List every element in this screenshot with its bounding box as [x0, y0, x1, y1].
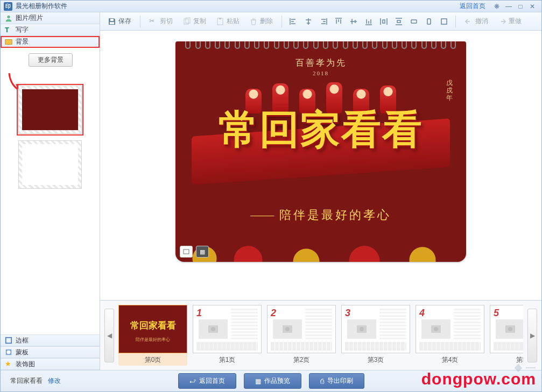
align-bottom-button[interactable]: [363, 16, 375, 27]
titlebar-home-link[interactable]: 返回首页: [460, 2, 485, 11]
edit-project-link[interactable]: 修改: [48, 376, 61, 386]
scissors-icon: ✂: [149, 17, 158, 26]
sidebar-item-label: 背景: [16, 37, 29, 46]
paste-button[interactable]: 粘贴: [213, 15, 243, 27]
minimize-button[interactable]: —: [503, 2, 515, 11]
separator: [455, 16, 456, 27]
settings-icon[interactable]: ❋: [491, 2, 503, 11]
save-button[interactable]: 保存: [104, 15, 135, 27]
canvas-area: 百善孝为先 2018 戊戌年 常回家看看 —— 陪伴是最好的孝心: [100, 31, 541, 300]
toolbar-label: 剪切: [160, 17, 173, 26]
more-backgrounds-button[interactable]: 更多背景: [29, 53, 73, 67]
svg-rect-6: [110, 19, 114, 21]
page-label: 第2页: [267, 355, 336, 365]
maximize-button[interactable]: □: [515, 2, 526, 11]
background-thumb-white[interactable]: [19, 141, 81, 188]
bottombar-buttons: ⮐ 返回首页 ▦ 作品预览 ⎙ 导出印刷: [178, 373, 364, 389]
sidebar-item-text[interactable]: T 写字: [1, 24, 100, 36]
sidebar-item-background[interactable]: 背景: [1, 36, 100, 48]
app-logo-icon: 印: [4, 2, 12, 11]
page-thumb[interactable]: 5第5页: [490, 305, 523, 366]
align-center-h-button[interactable]: [302, 16, 314, 27]
same-width-button[interactable]: [408, 16, 420, 27]
print-icon: ⎙: [320, 377, 324, 385]
same-size-button[interactable]: [438, 16, 450, 27]
page-strip: ◀ 常回家看看陪伴是最好的孝心第0页1第1页2第2页3第3页4第4页5第5页 ▶: [100, 300, 541, 370]
text-icon: T: [5, 26, 12, 34]
delete-button[interactable]: 删除: [246, 15, 276, 27]
svg-rect-11: [441, 19, 447, 24]
undo-button[interactable]: 撤消: [461, 15, 491, 27]
sidebar-item-label: 装饰图: [16, 360, 35, 369]
trash-icon: [249, 17, 258, 26]
background-icon: [5, 38, 12, 46]
sidebar-bottom: 边框 蒙板 ★ 装饰图: [1, 334, 100, 370]
preview-button[interactable]: ▦ 作品预览: [244, 373, 301, 389]
sidebar-item-decor[interactable]: ★ 装饰图: [1, 358, 100, 370]
svg-point-16: [285, 327, 290, 331]
svg-rect-12: [184, 250, 189, 254]
page-thumb[interactable]: 2第2页: [267, 305, 336, 366]
close-button[interactable]: ✕: [526, 2, 538, 11]
undo-icon: [464, 17, 473, 26]
watermark: ◆ — dongpow.com: [421, 370, 536, 388]
strip-prev-button[interactable]: ◀: [104, 309, 114, 362]
subtitle-text: 陪伴是最好的孝心: [279, 208, 391, 222]
page-thumb[interactable]: 1第1页: [193, 305, 262, 366]
cut-button[interactable]: ✂ 剪切: [146, 15, 176, 27]
same-height-button[interactable]: [423, 16, 435, 27]
background-thumb-red[interactable]: [19, 86, 81, 133]
canvas-tool-image-icon[interactable]: ▩: [196, 246, 209, 258]
page-label: 第1页: [193, 355, 262, 365]
separator: [140, 16, 140, 27]
align-center-v-button[interactable]: [348, 16, 360, 27]
sidebar-item-photos[interactable]: 图片/照片: [1, 12, 100, 24]
paste-icon: [216, 17, 224, 26]
redo-button[interactable]: 重做: [495, 15, 525, 27]
sidebar: 图片/照片 T 写字 背景 更多背景 边框: [1, 12, 100, 370]
save-icon: [108, 17, 116, 26]
export-print-button[interactable]: ⎙ 导出印刷: [309, 373, 364, 389]
sidebar-item-label: 蒙板: [16, 348, 29, 357]
calendar-canvas[interactable]: 百善孝为先 2018 戊戌年 常回家看看 —— 陪伴是最好的孝心: [175, 41, 466, 262]
calendar-top-text: 百善孝为先 2018: [175, 58, 466, 76]
star-icon: ★: [5, 360, 12, 368]
page-label: 第0页: [118, 355, 187, 365]
flower-border: [175, 227, 466, 262]
align-right-button[interactable]: [318, 16, 329, 27]
page-label: 第4页: [416, 355, 484, 365]
sidebar-item-label: 写字: [16, 25, 29, 34]
project-info: 常回家看看 修改: [10, 376, 61, 386]
app-window: 印 晨光相册制作软件 返回首页 ❋ — □ ✕ 图片/照片 T 写字 背景 更多…: [0, 0, 542, 392]
calendar-motto: 百善孝为先: [175, 58, 466, 69]
preview-icon: ▦: [255, 377, 261, 385]
svg-rect-5: [110, 22, 114, 24]
person-icon: [5, 15, 12, 22]
sidebar-item-label: 边框: [16, 336, 29, 345]
copy-button[interactable]: 复制: [179, 15, 209, 27]
align-left-button[interactable]: [287, 16, 299, 27]
calendar-vertical-text: 戊戌年: [445, 79, 454, 102]
page-thumb[interactable]: 4第4页: [416, 305, 484, 366]
page-label: 第3页: [341, 355, 410, 365]
toolbar-label: 保存: [118, 17, 131, 26]
svg-point-14: [211, 327, 215, 331]
align-top-button[interactable]: [333, 16, 344, 27]
svg-rect-10: [219, 18, 221, 19]
page-thumb[interactable]: 常回家看看陪伴是最好的孝心第0页: [118, 305, 187, 366]
canvas-tool-rect-icon[interactable]: [180, 246, 193, 258]
button-label: 作品预览: [264, 376, 290, 386]
distribute-v-button[interactable]: [393, 16, 405, 27]
svg-point-0: [7, 15, 10, 18]
separator: [281, 16, 282, 27]
home-button[interactable]: ⮐ 返回首页: [178, 373, 236, 389]
calendar-subtitle: —— 陪伴是最好的孝心: [175, 207, 466, 223]
sidebar-item-mask[interactable]: 蒙板: [1, 346, 100, 358]
sidebar-item-border[interactable]: 边框: [1, 334, 100, 346]
page-thumb[interactable]: 3第3页: [341, 305, 410, 366]
distribute-h-button[interactable]: [378, 16, 390, 27]
copy-icon: [182, 17, 191, 26]
watermark-text: dongpow.com: [421, 370, 536, 388]
svg-rect-1: [5, 39, 12, 44]
strip-next-button[interactable]: ▶: [527, 309, 537, 362]
